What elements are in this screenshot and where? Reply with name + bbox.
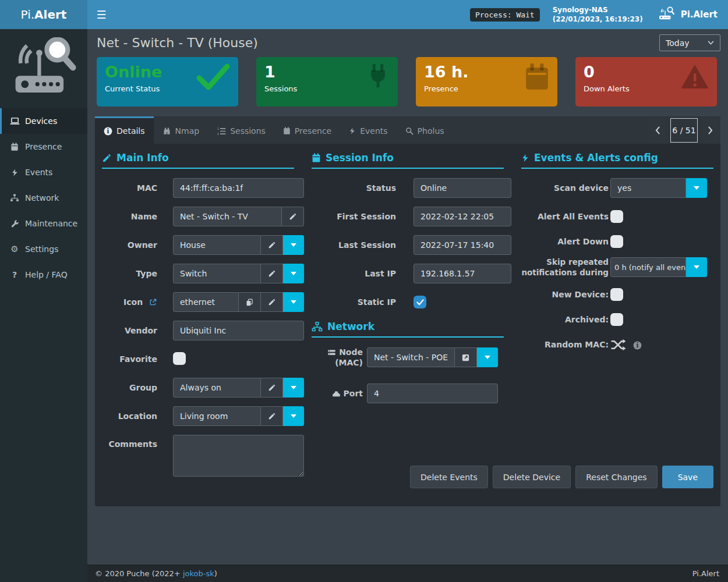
save-button[interactable]: Save <box>662 466 713 488</box>
type-input[interactable]: Switch <box>173 264 261 283</box>
copy-icon-button[interactable] <box>239 292 261 312</box>
caret-down-icon <box>291 272 296 275</box>
pager-position: 6 / 51 <box>670 118 698 143</box>
hamburger-icon[interactable]: ☰ <box>87 0 115 29</box>
node-mac-input[interactable]: Net - Switch - POE <box>367 347 455 367</box>
location-input[interactable]: Living room <box>173 406 261 426</box>
field-node-mac: Node (MAC) Net - Switch - POE <box>312 347 504 368</box>
skip-notifications-select[interactable]: 0 h (notify all events) <box>610 257 686 277</box>
port-input[interactable]: 4 <box>367 384 498 403</box>
edit-location-button[interactable] <box>261 406 283 426</box>
location-dropdown-button[interactable] <box>283 406 304 426</box>
sidebar-item-devices[interactable]: Devices <box>0 108 87 134</box>
events-alerts-heading: Events & Alerts config <box>521 152 713 169</box>
footer: © 2020 Puche (2022+ jokob-sk) Pi.Alert <box>87 565 728 582</box>
pialert-logo-icon <box>0 29 87 101</box>
tab-sessions[interactable]: 12 Sessions <box>208 116 274 144</box>
field-alert-all-events: Alert All Events <box>521 207 713 226</box>
tab-presence[interactable]: Presence <box>274 116 340 144</box>
static-ip-checkbox[interactable] <box>414 296 426 308</box>
alert-all-events-checkbox[interactable] <box>610 210 623 223</box>
node-dropdown-button[interactable] <box>477 347 498 367</box>
archived-checkbox[interactable] <box>610 313 623 326</box>
icon-dropdown-button[interactable] <box>283 292 304 312</box>
jokob-sk-link[interactable]: jokob-sk <box>183 569 214 578</box>
chevron-down-icon <box>708 41 714 45</box>
period-select[interactable]: Today <box>659 34 720 51</box>
scan-device-dropdown-button[interactable] <box>686 178 707 198</box>
first-session-input[interactable]: 2022-02-12 22:05 <box>414 207 511 226</box>
next-device-button[interactable] <box>702 118 719 143</box>
skip-notifications-dropdown-button[interactable] <box>686 257 707 277</box>
field-group: Group Always on <box>102 378 294 398</box>
sitemap-icon <box>312 322 323 332</box>
brand-logo[interactable]: Pi.Alert <box>0 0 87 29</box>
main-info-heading: Main Info <box>102 152 294 169</box>
header-app-link[interactable]: Pi.Alert <box>658 6 718 23</box>
question-icon: ? <box>9 270 20 279</box>
edit-group-button[interactable] <box>261 378 283 398</box>
caret-down-icon <box>291 386 296 389</box>
open-node-button[interactable] <box>455 347 477 367</box>
edit-owner-button[interactable] <box>261 235 283 255</box>
sidebar-item-network[interactable]: Network <box>0 185 87 211</box>
sidebar-item-maintenance[interactable]: Maintenance <box>0 211 87 236</box>
type-dropdown-button[interactable] <box>283 264 304 283</box>
pencil-icon <box>268 241 276 249</box>
group-input[interactable]: Always on <box>173 378 261 398</box>
sidebar-item-presence[interactable]: Presence <box>0 134 87 159</box>
tab-nmap[interactable]: Nmap <box>154 116 208 144</box>
sidebar-item-events[interactable]: Events <box>0 159 87 185</box>
owner-input[interactable]: House <box>173 235 261 255</box>
scan-device-select[interactable]: yes <box>610 178 686 198</box>
delete-device-button[interactable]: Delete Device <box>493 466 571 488</box>
check-icon <box>195 63 231 93</box>
list-ol-icon: 12 <box>217 127 226 136</box>
icon-input[interactable]: ethernet <box>173 292 239 312</box>
name-input[interactable]: Net - Switch - TV <box>173 207 282 226</box>
tab-pholus[interactable]: Pholus <box>397 116 453 144</box>
external-link-icon[interactable] <box>149 298 157 306</box>
sidebar-item-help[interactable]: ? Help / FAQ <box>0 262 87 288</box>
info-circle-icon[interactable]: i <box>633 341 642 350</box>
field-scan-device: Scan device yes <box>521 178 713 198</box>
delete-events-button[interactable]: Delete Events <box>410 466 488 488</box>
edit-type-button[interactable] <box>261 264 283 283</box>
caret-down-icon <box>485 356 490 359</box>
field-port: Port 4 <box>312 384 504 403</box>
mac-input[interactable]: 44:ff:ff:ca:ba:1f <box>173 178 304 198</box>
page-title: Net - Switch - TV (House) <box>97 36 258 50</box>
comments-textarea[interactable] <box>173 435 304 477</box>
favorite-checkbox[interactable] <box>173 352 186 365</box>
external-link-square-icon <box>461 353 470 362</box>
tab-events[interactable]: Events <box>340 116 396 144</box>
prev-device-button[interactable] <box>649 118 666 143</box>
search-icon <box>405 127 414 135</box>
new-device-checkbox[interactable] <box>610 288 623 301</box>
field-last-session: Last Session 2022-07-17 15:40 <box>312 235 504 255</box>
vendor-input[interactable]: Ubiquiti Inc <box>173 321 304 340</box>
gear-icon: ⚙ <box>9 245 20 254</box>
alert-down-checkbox[interactable] <box>610 235 623 248</box>
plug-icon <box>365 63 391 93</box>
caret-down-icon <box>694 265 699 269</box>
status-input[interactable]: Online <box>414 178 511 198</box>
edit-name-button[interactable] <box>282 207 304 226</box>
last-ip-input[interactable]: 192.168.1.57 <box>414 264 511 283</box>
field-last-ip: Last IP 192.168.1.57 <box>312 264 504 283</box>
group-dropdown-button[interactable] <box>283 378 304 398</box>
pencil-icon <box>268 384 276 392</box>
field-mac: MAC 44:ff:ff:ca:ba:1f <box>102 178 294 198</box>
edit-icon-button[interactable] <box>261 292 283 312</box>
svg-text:2: 2 <box>217 132 219 136</box>
last-session-input[interactable]: 2022-07-17 15:40 <box>414 235 511 255</box>
field-alert-down: Alert Down <box>521 232 713 251</box>
sidebar-item-settings[interactable]: ⚙ Settings <box>0 236 87 262</box>
tab-details[interactable]: i Details <box>95 116 154 144</box>
bolt-icon <box>349 127 356 135</box>
status-cards: Online Current Status 1 Sessions 16 h. P… <box>87 55 728 107</box>
pencil-icon <box>268 298 276 306</box>
info-circle-icon: i <box>104 127 112 136</box>
reset-changes-button[interactable]: Reset Changes <box>575 466 657 488</box>
owner-dropdown-button[interactable] <box>283 235 304 255</box>
